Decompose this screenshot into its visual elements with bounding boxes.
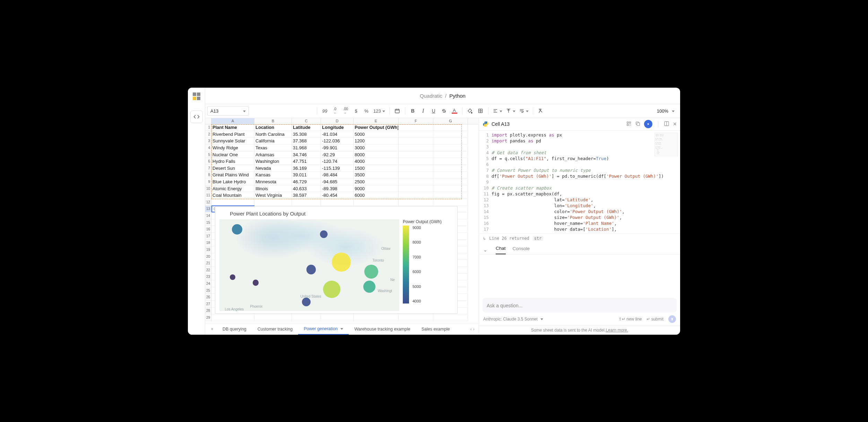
- row-number[interactable]: 17: [205, 233, 211, 240]
- cell[interactable]: 35.308: [292, 131, 321, 138]
- cell[interactable]: 2500: [354, 178, 399, 185]
- cell[interactable]: [433, 172, 468, 179]
- cell[interactable]: Coal Mountain: [211, 192, 254, 199]
- cell[interactable]: California: [254, 138, 292, 145]
- cell[interactable]: [433, 192, 468, 199]
- row-number[interactable]: 11: [205, 192, 211, 199]
- row-number[interactable]: 20: [205, 253, 211, 260]
- app-logo[interactable]: [193, 93, 200, 100]
- cell[interactable]: [433, 138, 468, 145]
- chart-bubble[interactable]: [302, 298, 311, 306]
- row-number[interactable]: 7: [205, 165, 211, 172]
- cell[interactable]: Windy Ridge: [211, 144, 254, 151]
- cell[interactable]: Sunnyvale Solar: [211, 138, 254, 145]
- chart-bubble[interactable]: [323, 281, 340, 298]
- code-toggle-button[interactable]: [190, 111, 203, 123]
- text-color-button[interactable]: A: [450, 106, 459, 116]
- cell[interactable]: -89.398: [321, 185, 354, 192]
- cell[interactable]: [354, 199, 399, 206]
- cell[interactable]: 46.729: [292, 178, 321, 185]
- sheet-tab[interactable]: Power generation: [298, 324, 349, 335]
- col-header-C[interactable]: C: [292, 118, 321, 124]
- sheet-tab[interactable]: Customer tracking: [252, 324, 298, 335]
- row-number[interactable]: 22: [205, 267, 211, 274]
- cell[interactable]: 5000: [354, 131, 399, 138]
- cell[interactable]: [399, 165, 433, 172]
- row-number[interactable]: 18: [205, 240, 211, 247]
- close-icon[interactable]: ×: [673, 121, 677, 128]
- cell[interactable]: -115.139: [321, 165, 354, 172]
- cell[interactable]: [433, 165, 468, 172]
- cell[interactable]: 36.169: [292, 165, 321, 172]
- cell[interactable]: Nevada: [254, 165, 292, 172]
- row-number[interactable]: 29: [205, 314, 211, 321]
- decrease-decimal-button[interactable]: .0←: [330, 106, 340, 116]
- cell[interactable]: -120.74: [321, 158, 354, 165]
- col-header-A[interactable]: A: [211, 118, 254, 124]
- zoom-control[interactable]: 100%: [657, 108, 678, 114]
- grid[interactable]: A B C D E F G 1Plant NameLocationLatitud…: [205, 118, 479, 324]
- chart-bubble[interactable]: [253, 280, 259, 286]
- cell[interactable]: -122.036: [321, 138, 354, 145]
- cell[interactable]: [399, 172, 433, 179]
- sheet-tab[interactable]: Sales example: [416, 324, 455, 335]
- tab-chat[interactable]: Chat: [496, 246, 506, 254]
- cell[interactable]: Blue Lake Hydro: [211, 178, 254, 185]
- cell[interactable]: 3500: [354, 172, 399, 179]
- model-selector[interactable]: Anthropic: Claude 3.5 Sonnet: [483, 317, 543, 322]
- col-header-E[interactable]: E: [354, 118, 399, 124]
- code-editor[interactable]: 1234567891011121314151617 import plotly.…: [479, 131, 680, 234]
- breadcrumb-current[interactable]: Python: [449, 93, 466, 99]
- cell[interactable]: [433, 185, 468, 192]
- cell[interactable]: Atomic Energy: [211, 185, 254, 192]
- cell[interactable]: -80.454: [321, 192, 354, 199]
- formula-bar[interactable]: [252, 106, 314, 116]
- learn-more-link[interactable]: Learn more.: [606, 328, 628, 333]
- cell[interactable]: [399, 192, 433, 199]
- cell[interactable]: [399, 124, 433, 131]
- h-align-button[interactable]: [491, 106, 504, 116]
- cell[interactable]: 1500: [354, 165, 399, 172]
- col-header-F[interactable]: F: [399, 118, 433, 124]
- chart-bubble[interactable]: [332, 253, 351, 272]
- row-number[interactable]: 2: [205, 131, 211, 138]
- breadcrumb-app[interactable]: Quadratic: [420, 93, 442, 99]
- row-number[interactable]: 24: [205, 280, 211, 287]
- number-format-button[interactable]: 99: [320, 106, 330, 116]
- copy-icon[interactable]: [635, 121, 641, 128]
- cell[interactable]: 34.746: [292, 151, 321, 158]
- cell[interactable]: 3000: [354, 144, 399, 151]
- cell[interactable]: [399, 144, 433, 151]
- cell[interactable]: Power Output (GWh): [354, 124, 399, 131]
- add-sheet-button[interactable]: +: [207, 327, 217, 332]
- strikethrough-button[interactable]: [439, 106, 449, 116]
- cell[interactable]: [399, 158, 433, 165]
- row-number[interactable]: 27: [205, 301, 211, 308]
- more-formats-button[interactable]: 123: [372, 106, 387, 116]
- row-number[interactable]: 4: [205, 144, 211, 151]
- cell[interactable]: 39.011: [292, 172, 321, 179]
- cell[interactable]: [399, 314, 433, 321]
- cell[interactable]: [292, 314, 321, 321]
- cell[interactable]: -94.685: [321, 178, 354, 185]
- underline-button[interactable]: U: [429, 106, 439, 116]
- cell[interactable]: 9000: [354, 185, 399, 192]
- cell[interactable]: 38.597: [292, 192, 321, 199]
- cell[interactable]: [433, 199, 468, 206]
- cell[interactable]: [321, 314, 354, 321]
- chart-bubble[interactable]: [320, 230, 328, 238]
- cell[interactable]: 37.368: [292, 138, 321, 145]
- tabs-prev-button[interactable]: ‹: [470, 327, 472, 332]
- row-number[interactable]: 12: [205, 199, 211, 206]
- cell[interactable]: Great Plains Wind: [211, 172, 254, 179]
- cell[interactable]: Minnesota: [254, 178, 292, 185]
- row-number[interactable]: 15: [205, 219, 211, 226]
- row-number[interactable]: 1: [205, 124, 211, 131]
- cell[interactable]: [399, 138, 433, 145]
- cell[interactable]: Desert Sun: [211, 165, 254, 172]
- cell[interactable]: [321, 199, 354, 206]
- minimap[interactable]: import plotlyimport pandas# Get datadf =…: [654, 133, 678, 156]
- increase-decimal-button[interactable]: .00→: [341, 106, 350, 116]
- row-number[interactable]: 9: [205, 178, 211, 185]
- cell[interactable]: Texas: [254, 144, 292, 151]
